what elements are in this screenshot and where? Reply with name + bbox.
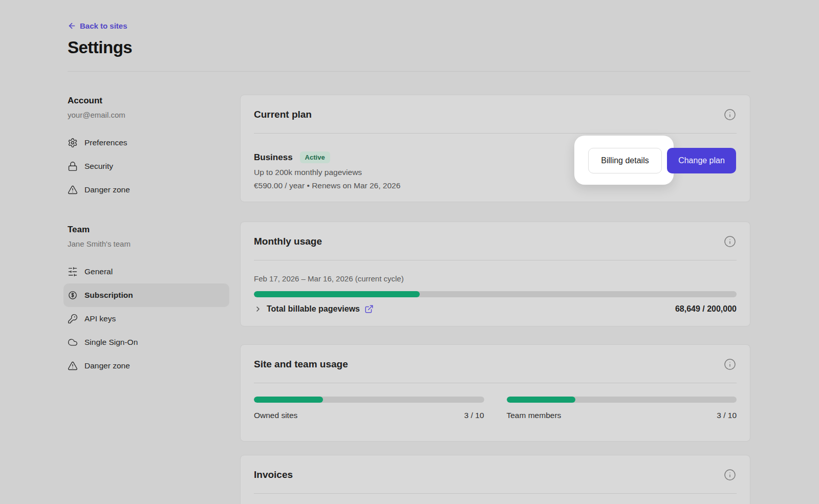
team-members-usage: Team members 3 / 10 xyxy=(507,397,737,420)
sidebar-item-danger-zone-team[interactable]: Danger zone xyxy=(63,354,229,378)
owned-sites-value: 3 / 10 xyxy=(464,411,484,420)
card-divider xyxy=(254,260,737,260)
back-to-sites-link[interactable]: Back to sites xyxy=(68,21,127,30)
owned-sites-progress-bar xyxy=(254,397,484,403)
sidebar-item-label: General xyxy=(84,267,113,276)
sidebar-item-label: Danger zone xyxy=(84,361,130,370)
header-divider xyxy=(68,71,750,72)
monthly-usage-card: Monthly usage Feb 17, 2026 – Mar 16, 202… xyxy=(240,222,750,326)
sliders-icon xyxy=(68,267,78,277)
billing-details-button[interactable]: Billing details xyxy=(588,148,662,173)
info-icon[interactable] xyxy=(723,358,737,371)
pageviews-row-label: Total billable pageviews xyxy=(267,304,360,314)
sidebar-item-label: Danger zone xyxy=(84,185,130,194)
settings-sidebar: Account your@email.com Preferences xyxy=(68,95,229,504)
sidebar-item-label: Preferences xyxy=(84,138,127,147)
info-icon[interactable] xyxy=(723,468,737,481)
site-team-usage-title: Site and team usage xyxy=(254,359,348,370)
invoices-card: Invoices xyxy=(240,455,750,504)
cloud-icon xyxy=(68,337,78,347)
account-email: your@email.com xyxy=(68,111,229,119)
info-icon[interactable] xyxy=(723,235,737,248)
sidebar-item-single-sign-on[interactable]: Single Sign-On xyxy=(63,331,229,354)
settings-page: Back to sites Settings Account your@emai… xyxy=(0,0,819,504)
team-nav: General Subscription API k xyxy=(68,260,229,378)
sidebar-item-danger-zone-account[interactable]: Danger zone xyxy=(63,178,229,202)
change-plan-button[interactable]: Change plan xyxy=(667,148,736,173)
total-billable-pageviews-link[interactable]: Total billable pageviews xyxy=(254,304,374,314)
sidebar-item-label: Single Sign-On xyxy=(84,338,138,347)
dollar-cycle-icon xyxy=(68,290,78,300)
sidebar-section-team: Team Jane Smith's team General xyxy=(68,225,229,378)
pageviews-usage-value: 68,649 / 200,000 xyxy=(675,304,737,314)
lock-icon xyxy=(68,161,78,171)
plan-name: Business xyxy=(254,152,293,163)
current-plan-card: Current plan Business Active Up to 200k … xyxy=(240,95,750,202)
team-members-progress-bar xyxy=(507,397,737,403)
team-members-progress-fill xyxy=(507,397,576,403)
sidebar-item-label: API keys xyxy=(84,314,116,323)
team-members-value: 3 / 10 xyxy=(717,411,737,420)
pageviews-progress-fill xyxy=(254,291,420,297)
account-nav: Preferences Security Dange xyxy=(68,131,229,202)
status-badge: Active xyxy=(300,151,330,163)
alert-triangle-icon xyxy=(68,361,78,371)
invoices-title: Invoices xyxy=(254,469,293,480)
team-section-title: Team xyxy=(68,225,229,235)
sidebar-item-security[interactable]: Security xyxy=(63,155,229,178)
billing-cycle-label: Feb 17, 2026 – Mar 16, 2026 (current cyc… xyxy=(254,274,737,283)
account-section-title: Account xyxy=(68,96,229,106)
sidebar-item-subscription[interactable]: Subscription xyxy=(63,283,229,307)
key-icon xyxy=(68,314,78,324)
owned-sites-progress-fill xyxy=(254,397,323,403)
sidebar-item-label: Security xyxy=(84,162,113,171)
info-icon[interactable] xyxy=(723,108,737,121)
back-link-label: Back to sites xyxy=(80,21,127,30)
gear-icon xyxy=(68,138,78,148)
arrow-left-icon xyxy=(68,21,76,30)
external-link-icon[interactable] xyxy=(364,304,374,314)
sidebar-item-preferences[interactable]: Preferences xyxy=(63,131,229,155)
team-name: Jane Smith's team xyxy=(68,239,229,248)
chevron-right-icon[interactable] xyxy=(254,305,262,313)
sidebar-item-label: Subscription xyxy=(84,291,133,300)
card-divider xyxy=(254,493,737,494)
monthly-usage-title: Monthly usage xyxy=(254,236,322,247)
card-divider xyxy=(254,383,737,383)
sidebar-item-general[interactable]: General xyxy=(63,260,229,283)
owned-sites-label: Owned sites xyxy=(254,411,297,420)
sidebar-item-api-keys[interactable]: API keys xyxy=(63,307,229,331)
settings-main: Current plan Business Active Up to 200k … xyxy=(240,95,750,504)
team-members-label: Team members xyxy=(507,411,562,420)
page-title: Settings xyxy=(68,38,750,57)
site-team-usage-card: Site and team usage Owned sites xyxy=(240,344,750,442)
pageviews-progress-bar xyxy=(254,291,737,297)
current-plan-title: Current plan xyxy=(254,109,312,120)
alert-triangle-icon xyxy=(68,185,78,195)
sidebar-section-account: Account your@email.com Preferences xyxy=(68,96,229,202)
owned-sites-usage: Owned sites 3 / 10 xyxy=(254,397,484,420)
